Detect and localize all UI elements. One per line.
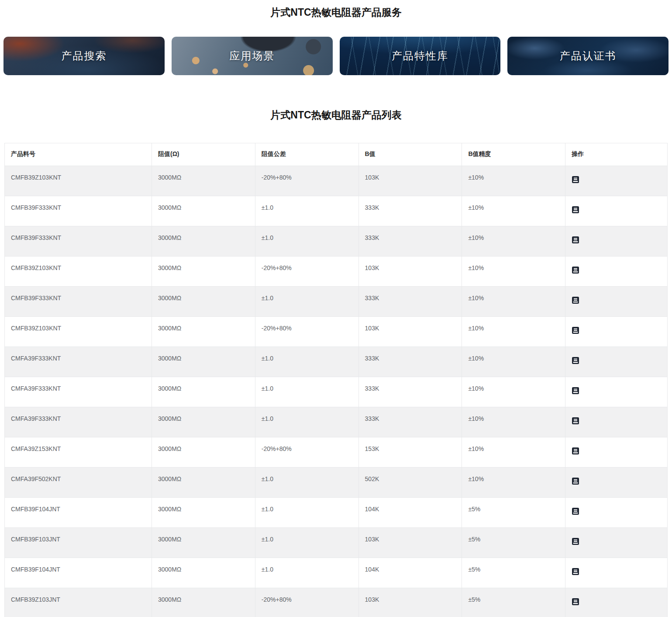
cell-part-number: CMFB39F333KNT <box>5 226 152 256</box>
cell-part-number: CMFA39F333KNT <box>5 347 152 377</box>
document-list-icon[interactable] <box>572 507 579 515</box>
table-row: CMFB39F333KNT3000MΩ±1.0333K±10% <box>5 286 668 316</box>
cell-resistance: 3000MΩ <box>152 407 255 437</box>
cell-part-number: CMFB39F103JNT <box>5 527 152 558</box>
cell-part-number: CMFB39F333KNT <box>5 286 152 316</box>
document-list-icon[interactable] <box>572 296 579 304</box>
cell-resistance: 3000MΩ <box>152 347 255 377</box>
cell-actions <box>565 407 668 437</box>
cell-b-value-precision: ±10% <box>462 467 565 497</box>
banner-characteristics-library-label: 产品特性库 <box>392 49 448 63</box>
cell-actions <box>565 196 668 226</box>
document-list-icon[interactable] <box>572 176 579 184</box>
document-list-icon[interactable] <box>572 537 579 545</box>
cell-resistance-tolerance: ±1.0 <box>255 377 358 407</box>
document-list-icon[interactable] <box>572 236 579 244</box>
cell-actions <box>565 166 668 196</box>
column-header-resistance-tolerance: 阻值公差 <box>255 143 358 166</box>
cell-actions <box>565 437 668 467</box>
product-table-body: CMFB39Z103KNT3000MΩ-20%+80%103K±10%CMFB3… <box>5 166 668 617</box>
cell-resistance-tolerance: ±1.0 <box>255 558 358 588</box>
cell-part-number: CMFB39Z103JNT <box>5 588 152 617</box>
cell-resistance: 3000MΩ <box>152 196 255 226</box>
cell-resistance-tolerance: -20%+80% <box>255 588 358 617</box>
cell-b-value: 103K <box>358 256 462 286</box>
cell-resistance: 3000MΩ <box>152 588 255 617</box>
cell-b-value-precision: ±10% <box>462 316 565 347</box>
cell-resistance-tolerance: ±1.0 <box>255 226 358 256</box>
cell-part-number: CMFB39Z103KNT <box>5 256 152 286</box>
cell-part-number: CMFA39Z153KNT <box>5 437 152 467</box>
document-list-icon[interactable] <box>572 326 579 334</box>
document-list-icon[interactable] <box>572 387 579 395</box>
banner-product-search-label: 产品搜索 <box>61 49 107 63</box>
table-row: CMFA39Z153KNT3000MΩ-20%+80%153K±10% <box>5 437 668 467</box>
cell-actions <box>565 226 668 256</box>
table-row: CMFB39Z103JNT3000MΩ-20%+80%103K±5% <box>5 588 668 617</box>
cell-b-value-precision: ±10% <box>462 347 565 377</box>
cell-resistance-tolerance: ±1.0 <box>255 347 358 377</box>
cell-b-value: 103K <box>358 527 462 558</box>
table-row: CMFA39F333KNT3000MΩ±1.0333K±10% <box>5 377 668 407</box>
table-row: CMFB39Z103KNT3000MΩ-20%+80%103K±10% <box>5 166 668 196</box>
cell-resistance-tolerance: ±1.0 <box>255 196 358 226</box>
cell-resistance: 3000MΩ <box>152 437 255 467</box>
document-list-icon[interactable] <box>572 266 579 274</box>
cell-actions <box>565 527 668 558</box>
cell-actions <box>565 347 668 377</box>
cell-actions <box>565 286 668 316</box>
table-row: CMFB39Z103KNT3000MΩ-20%+80%103K±10% <box>5 316 668 347</box>
column-header-resistance: 阻值(Ω) <box>152 143 255 166</box>
cell-resistance-tolerance: ±1.0 <box>255 467 358 497</box>
document-list-icon[interactable] <box>572 447 579 455</box>
cell-resistance: 3000MΩ <box>152 316 255 347</box>
table-row: CMFB39F104JNT3000MΩ±1.0104K±5% <box>5 497 668 527</box>
cell-resistance: 3000MΩ <box>152 286 255 316</box>
cell-part-number: CMFB39F104JNT <box>5 558 152 588</box>
table-row: CMFB39Z103KNT3000MΩ-20%+80%103K±10% <box>5 256 668 286</box>
cell-part-number: CMFB39Z103KNT <box>5 166 152 196</box>
cell-b-value: 104K <box>358 558 462 588</box>
banner-certificates-label: 产品认证书 <box>560 49 617 63</box>
document-list-icon[interactable] <box>572 206 579 214</box>
cell-resistance: 3000MΩ <box>152 467 255 497</box>
table-row: CMFB39F333KNT3000MΩ±1.0333K±10% <box>5 226 668 256</box>
banner-application-scenes[interactable]: 应用场景 <box>172 37 333 75</box>
cell-b-value-precision: ±10% <box>462 256 565 286</box>
cell-b-value: 103K <box>358 588 462 617</box>
cell-b-value-precision: ±10% <box>462 286 565 316</box>
cell-b-value: 333K <box>358 286 462 316</box>
column-header-b-value: B值 <box>358 143 462 166</box>
cell-b-value: 104K <box>358 497 462 527</box>
cell-resistance-tolerance: ±1.0 <box>255 497 358 527</box>
document-list-icon[interactable] <box>572 417 579 425</box>
cell-resistance: 3000MΩ <box>152 256 255 286</box>
table-header-row: 产品料号 阻值(Ω) 阻值公差 B值 B值精度 操作 <box>5 143 668 166</box>
cell-part-number: CMFA39F333KNT <box>5 377 152 407</box>
banner-product-search[interactable]: 产品搜索 <box>3 37 165 75</box>
product-table-container: 产品料号 阻值(Ω) 阻值公差 B值 B值精度 操作 CMFB39Z103KNT… <box>4 143 668 617</box>
cell-b-value-precision: ±10% <box>462 377 565 407</box>
cell-resistance-tolerance: -20%+80% <box>255 166 358 196</box>
cell-part-number: CMFB39F104JNT <box>5 497 152 527</box>
banner-characteristics-library[interactable]: 产品特性库 <box>340 37 501 75</box>
document-list-icon[interactable] <box>572 357 579 364</box>
cell-b-value-precision: ±10% <box>462 166 565 196</box>
product-table: 产品料号 阻值(Ω) 阻值公差 B值 B值精度 操作 CMFB39Z103KNT… <box>4 143 668 617</box>
column-header-actions: 操作 <box>565 143 668 166</box>
banner-certificates[interactable]: 产品认证书 <box>507 37 669 75</box>
cell-resistance: 3000MΩ <box>152 226 255 256</box>
cell-b-value: 502K <box>358 467 462 497</box>
page-title-product-list: 片式NTC热敏电阻器产品列表 <box>0 109 672 122</box>
document-list-icon[interactable] <box>572 598 579 606</box>
column-header-b-value-precision: B值精度 <box>462 143 565 166</box>
table-row: CMFA39F333KNT3000MΩ±1.0333K±10% <box>5 347 668 377</box>
cell-part-number: CMFB39Z103KNT <box>5 316 152 347</box>
column-header-part-number: 产品料号 <box>5 143 152 166</box>
cell-b-value-precision: ±5% <box>462 588 565 617</box>
cell-b-value: 153K <box>358 437 462 467</box>
cell-b-value: 333K <box>358 407 462 437</box>
table-row: CMFB39F103JNT3000MΩ±1.0103K±5% <box>5 527 668 558</box>
document-list-icon[interactable] <box>572 568 579 575</box>
document-list-icon[interactable] <box>572 477 579 485</box>
